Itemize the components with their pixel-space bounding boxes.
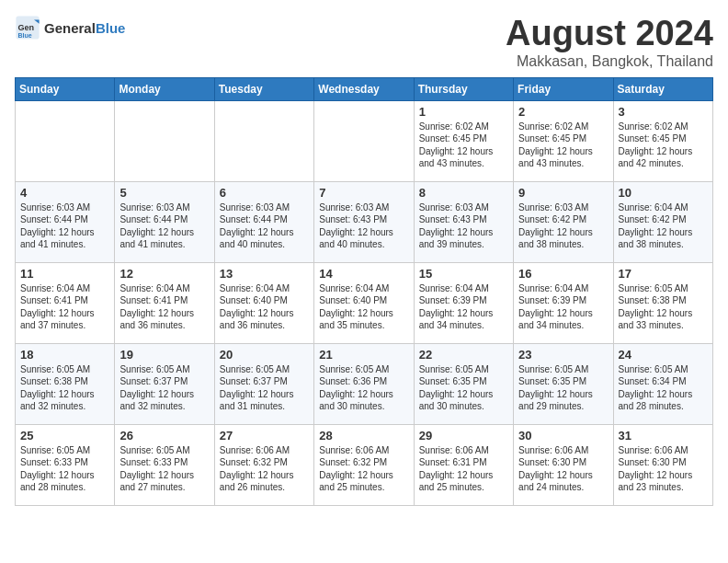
day-number: 6: [220, 186, 309, 200]
calendar-cell: 7Sunrise: 6:03 AMSunset: 6:43 PMDaylight…: [314, 181, 414, 262]
calendar-header-row: SundayMondayTuesdayWednesdayThursdayFrid…: [16, 77, 713, 100]
day-info: Sunrise: 6:03 AMSunset: 6:44 PMDaylight:…: [20, 201, 109, 251]
calendar-cell: 13Sunrise: 6:04 AMSunset: 6:40 PMDayligh…: [214, 262, 313, 343]
calendar-cell: 29Sunrise: 6:06 AMSunset: 6:31 PMDayligh…: [414, 424, 513, 505]
calendar-week-1: 1Sunrise: 6:02 AMSunset: 6:45 PMDaylight…: [16, 100, 713, 181]
calendar-cell: 27Sunrise: 6:06 AMSunset: 6:32 PMDayligh…: [214, 424, 313, 505]
day-number: 30: [518, 429, 608, 442]
calendar-cell: 28Sunrise: 6:06 AMSunset: 6:32 PMDayligh…: [314, 424, 414, 505]
day-info: Sunrise: 6:02 AMSunset: 6:45 PMDaylight:…: [619, 121, 708, 170]
header-monday: Monday: [115, 77, 214, 100]
day-info: Sunrise: 6:04 AMSunset: 6:40 PMDaylight:…: [220, 282, 309, 332]
calendar-cell: 12Sunrise: 6:04 AMSunset: 6:41 PMDayligh…: [115, 262, 214, 343]
calendar-cell: 3Sunrise: 6:02 AMSunset: 6:45 PMDaylight…: [613, 100, 712, 181]
day-info: Sunrise: 6:05 AMSunset: 6:37 PMDaylight:…: [220, 363, 309, 413]
calendar-week-3: 11Sunrise: 6:04 AMSunset: 6:41 PMDayligh…: [16, 262, 713, 343]
calendar-cell: 14Sunrise: 6:04 AMSunset: 6:40 PMDayligh…: [314, 262, 414, 343]
day-number: 16: [518, 267, 608, 281]
logo-text: GeneralBlue: [44, 20, 125, 36]
calendar-cell: [16, 100, 115, 181]
day-info: Sunrise: 6:05 AMSunset: 6:38 PMDaylight:…: [619, 282, 708, 332]
day-info: Sunrise: 6:04 AMSunset: 6:39 PMDaylight:…: [518, 282, 608, 332]
calendar-table: SundayMondayTuesdayWednesdayThursdayFrid…: [15, 77, 713, 506]
day-info: Sunrise: 6:03 AMSunset: 6:44 PMDaylight:…: [119, 201, 209, 251]
calendar-cell: 18Sunrise: 6:05 AMSunset: 6:38 PMDayligh…: [16, 343, 115, 424]
day-number: 5: [119, 186, 209, 200]
day-info: Sunrise: 6:05 AMSunset: 6:37 PMDaylight:…: [119, 363, 209, 413]
logo-icon: Gen Blue: [15, 15, 40, 40]
day-number: 20: [220, 348, 309, 362]
day-info: Sunrise: 6:05 AMSunset: 6:36 PMDaylight:…: [319, 363, 408, 413]
calendar-cell: 16Sunrise: 6:04 AMSunset: 6:39 PMDayligh…: [514, 262, 613, 343]
calendar-cell: 31Sunrise: 6:06 AMSunset: 6:30 PMDayligh…: [613, 424, 712, 505]
calendar-cell: 26Sunrise: 6:05 AMSunset: 6:33 PMDayligh…: [115, 424, 214, 505]
day-info: Sunrise: 6:06 AMSunset: 6:30 PMDaylight:…: [619, 444, 708, 494]
header-saturday: Saturday: [613, 77, 712, 100]
day-info: Sunrise: 6:05 AMSunset: 6:35 PMDaylight:…: [419, 363, 508, 413]
page-header: Gen Blue GeneralBlue August 2024 Makkasa…: [15, 15, 713, 70]
calendar-cell: 24Sunrise: 6:05 AMSunset: 6:34 PMDayligh…: [613, 343, 712, 424]
calendar-cell: 11Sunrise: 6:04 AMSunset: 6:41 PMDayligh…: [16, 262, 115, 343]
day-info: Sunrise: 6:05 AMSunset: 6:34 PMDaylight:…: [619, 363, 708, 413]
day-number: 15: [419, 267, 508, 281]
calendar-cell: 4Sunrise: 6:03 AMSunset: 6:44 PMDaylight…: [16, 181, 115, 262]
day-number: 21: [319, 348, 408, 362]
day-info: Sunrise: 6:03 AMSunset: 6:44 PMDaylight:…: [220, 201, 309, 251]
day-number: 24: [619, 348, 708, 362]
day-number: 2: [518, 105, 608, 119]
header-thursday: Thursday: [414, 77, 513, 100]
header-friday: Friday: [514, 77, 613, 100]
day-number: 19: [119, 348, 209, 362]
header-wednesday: Wednesday: [314, 77, 414, 100]
day-number: 17: [619, 267, 708, 281]
title-block: August 2024 Makkasan, Bangkok, Thailand: [506, 15, 713, 70]
calendar-cell: 15Sunrise: 6:04 AMSunset: 6:39 PMDayligh…: [414, 262, 513, 343]
calendar-cell: [115, 100, 214, 181]
calendar-week-2: 4Sunrise: 6:03 AMSunset: 6:44 PMDaylight…: [16, 181, 713, 262]
day-info: Sunrise: 6:04 AMSunset: 6:41 PMDaylight:…: [20, 282, 109, 332]
calendar-week-5: 25Sunrise: 6:05 AMSunset: 6:33 PMDayligh…: [16, 424, 713, 505]
calendar-cell: 22Sunrise: 6:05 AMSunset: 6:35 PMDayligh…: [414, 343, 513, 424]
day-number: 7: [319, 186, 408, 200]
calendar-cell: 19Sunrise: 6:05 AMSunset: 6:37 PMDayligh…: [115, 343, 214, 424]
day-info: Sunrise: 6:03 AMSunset: 6:43 PMDaylight:…: [319, 201, 408, 251]
calendar-cell: [314, 100, 414, 181]
day-number: 12: [119, 267, 209, 281]
day-number: 28: [319, 429, 408, 442]
month-year: August 2024: [506, 15, 713, 53]
day-info: Sunrise: 6:02 AMSunset: 6:45 PMDaylight:…: [518, 121, 608, 170]
day-number: 9: [518, 186, 608, 200]
calendar-cell: 25Sunrise: 6:05 AMSunset: 6:33 PMDayligh…: [16, 424, 115, 505]
day-number: 29: [419, 429, 508, 442]
calendar-cell: 21Sunrise: 6:05 AMSunset: 6:36 PMDayligh…: [314, 343, 414, 424]
calendar-cell: 5Sunrise: 6:03 AMSunset: 6:44 PMDaylight…: [115, 181, 214, 262]
day-number: 22: [419, 348, 508, 362]
calendar-cell: 23Sunrise: 6:05 AMSunset: 6:35 PMDayligh…: [514, 343, 613, 424]
day-number: 23: [518, 348, 608, 362]
calendar-week-4: 18Sunrise: 6:05 AMSunset: 6:38 PMDayligh…: [16, 343, 713, 424]
header-sunday: Sunday: [16, 77, 115, 100]
day-number: 1: [419, 105, 508, 119]
day-info: Sunrise: 6:05 AMSunset: 6:33 PMDaylight:…: [20, 444, 109, 494]
day-number: 31: [619, 429, 708, 442]
day-info: Sunrise: 6:05 AMSunset: 6:38 PMDaylight:…: [20, 363, 109, 413]
day-info: Sunrise: 6:05 AMSunset: 6:33 PMDaylight:…: [119, 444, 209, 494]
day-info: Sunrise: 6:04 AMSunset: 6:42 PMDaylight:…: [619, 201, 708, 251]
day-number: 8: [419, 186, 508, 200]
day-number: 25: [20, 429, 109, 442]
day-info: Sunrise: 6:03 AMSunset: 6:42 PMDaylight:…: [518, 201, 608, 251]
header-tuesday: Tuesday: [214, 77, 313, 100]
day-info: Sunrise: 6:06 AMSunset: 6:31 PMDaylight:…: [419, 444, 508, 494]
calendar-cell: 8Sunrise: 6:03 AMSunset: 6:43 PMDaylight…: [414, 181, 513, 262]
svg-text:Gen: Gen: [18, 23, 35, 32]
day-info: Sunrise: 6:02 AMSunset: 6:45 PMDaylight:…: [419, 121, 508, 170]
day-info: Sunrise: 6:06 AMSunset: 6:30 PMDaylight:…: [518, 444, 608, 494]
day-info: Sunrise: 6:04 AMSunset: 6:39 PMDaylight:…: [419, 282, 508, 332]
calendar-cell: 30Sunrise: 6:06 AMSunset: 6:30 PMDayligh…: [514, 424, 613, 505]
day-info: Sunrise: 6:06 AMSunset: 6:32 PMDaylight:…: [220, 444, 309, 494]
logo: Gen Blue GeneralBlue: [15, 15, 125, 40]
calendar-cell: 10Sunrise: 6:04 AMSunset: 6:42 PMDayligh…: [613, 181, 712, 262]
day-info: Sunrise: 6:06 AMSunset: 6:32 PMDaylight:…: [319, 444, 408, 494]
calendar-cell: 2Sunrise: 6:02 AMSunset: 6:45 PMDaylight…: [514, 100, 613, 181]
day-info: Sunrise: 6:03 AMSunset: 6:43 PMDaylight:…: [419, 201, 508, 251]
